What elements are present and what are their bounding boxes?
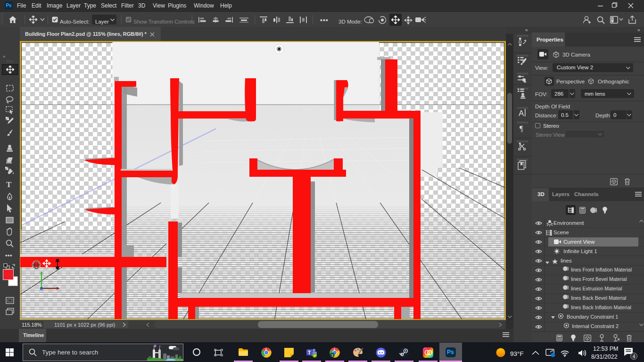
svg-text:Infinite Light 1: Infinite Light 1 [563, 248, 597, 254]
svg-text:lines: lines [561, 258, 572, 263]
svg-text:Boundary Constraint 1: Boundary Constraint 1 [567, 314, 618, 320]
svg-text:lines Back Inflation Material: lines Back Inflation Material [571, 304, 631, 310]
svg-text:Current View: Current View [563, 239, 595, 245]
svg-text:lines Front Inflation Material: lines Front Inflation Material [571, 267, 632, 272]
svg-text:T: T [331, 354, 334, 358]
svg-text:A: A [519, 109, 524, 118]
svg-text:lines Front Bevel Material: lines Front Bevel Material [571, 276, 627, 282]
svg-text:Environment: Environment [553, 220, 584, 226]
svg-text:lines Back Bevel Material: lines Back Bevel Material [571, 295, 626, 301]
svg-text:¶: ¶ [520, 124, 523, 132]
svg-text:lines Extrusion Material: lines Extrusion Material [571, 286, 622, 291]
svg-text:T: T [308, 350, 311, 355]
svg-text:Internal Constraint 2: Internal Constraint 2 [572, 323, 619, 329]
svg-text:Scene: Scene [553, 230, 569, 235]
